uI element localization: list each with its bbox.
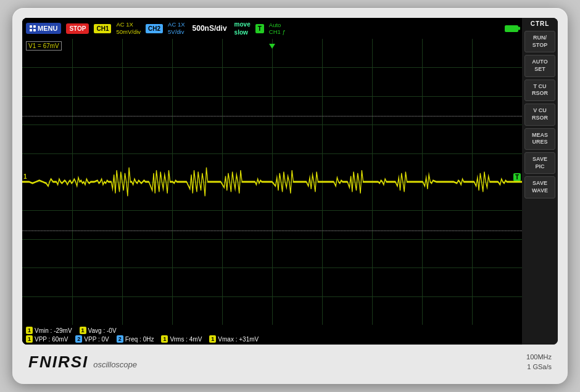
vrms-measurement: 1 Vrms : 4mV	[161, 335, 202, 343]
measurements-row-1: 1 Vmin : -29mV 1 Vavg : -0V	[26, 327, 518, 334]
trigger-badge: T	[255, 24, 264, 33]
save-wave-button[interactable]: SAVEWAVE	[524, 176, 555, 198]
stop-button[interactable]: STOP	[66, 23, 89, 34]
auto-set-button[interactable]: AUTOSET	[524, 55, 555, 76]
vavg-measurement: 1 Vavg : -0V	[80, 327, 117, 334]
vpp2-label: VPP : 0V	[84, 336, 109, 343]
run-stop-button[interactable]: RUN/STOP	[524, 31, 555, 52]
measurements-bar: 1 Vmin : -29mV 1 Vavg : -0V 1 VPP : 60mV…	[22, 325, 522, 345]
v-cursor-button[interactable]: V CURSOR	[524, 104, 555, 125]
vpp1-measurement: 1 VPP : 60mV	[26, 335, 68, 343]
screen-area: MENU STOP CH1 AC 1X 50mV/div CH2 AC 1X 5…	[22, 18, 522, 345]
vmin-measurement: 1 Vmin : -29mV	[26, 327, 72, 334]
right-control-panel: CTRL RUN/STOP AUTOSET T CURSOR V CURSOR …	[522, 18, 558, 345]
ch2-info: AC 1X 5V/div	[168, 21, 184, 36]
battery-icon	[505, 25, 518, 32]
brand-section: FNIRSI oscilloscope	[28, 353, 137, 372]
t-cursor-button[interactable]: T CURSOR	[524, 80, 555, 101]
ch1-badge-vrms: 1	[161, 335, 168, 343]
trigger-info: Auto CH1 ƒ	[269, 22, 286, 35]
scope-display: V1 = 67mV 1 T	[22, 39, 522, 325]
device-specs: 100MHz 1 GSa/s	[526, 352, 552, 372]
ch1-info: AC 1X 50mV/div	[116, 21, 141, 36]
ch2-badge-vpp: 2	[75, 335, 82, 343]
top-bar: MENU STOP CH1 AC 1X 50mV/div CH2 AC 1X 5…	[22, 18, 522, 39]
menu-button[interactable]: MENU	[26, 23, 61, 34]
ch1-badge-vpp: 1	[26, 335, 33, 343]
ch1-badge-vmin: 1	[26, 327, 33, 334]
time-div-display: 500nS/div	[193, 24, 227, 33]
measurements-row-2: 1 VPP : 60mV 2 VPP : 0V 2 Freq : 0Hz 1 V…	[26, 335, 518, 343]
vpp1-label: VPP : 60mV	[35, 336, 68, 343]
screen-assembly: MENU STOP CH1 AC 1X 50mV/div CH2 AC 1X 5…	[22, 18, 558, 345]
waveform-display	[22, 39, 522, 325]
oscilloscope-device: MENU STOP CH1 AC 1X 50mV/div CH2 AC 1X 5…	[12, 8, 568, 384]
ch2-badge-freq: 2	[117, 335, 123, 343]
brand-subtitle: oscilloscope	[93, 360, 137, 369]
vmin-label: Vmin : -29mV	[35, 327, 72, 334]
ch1-badge-vavg: 1	[80, 327, 86, 334]
device-bottom-bar: FNIRSI oscilloscope 100MHz 1 GSa/s	[22, 349, 558, 374]
vmax-label: Vmax : +31mV	[218, 336, 259, 343]
ch1-badge: CH1	[94, 24, 111, 33]
vrms-label: Vrms : 4mV	[170, 336, 202, 343]
ch2-badge: CH2	[146, 24, 163, 33]
freq-label: Freq : 0Hz	[125, 336, 154, 343]
spec-gsa: 1 GSa/s	[526, 362, 552, 372]
move-slow-display: move slow	[234, 20, 251, 36]
spec-mhz: 100MHz	[526, 352, 552, 362]
menu-icon	[30, 25, 36, 31]
vavg-label: Vavg : -0V	[88, 327, 117, 334]
ch1-badge-vmax: 1	[209, 335, 216, 343]
vmax-measurement: 1 Vmax : +31mV	[209, 335, 259, 343]
vpp2-measurement: 2 VPP : 0V	[75, 335, 109, 343]
freq-measurement: 2 Freq : 0Hz	[117, 335, 154, 343]
ctrl-label: CTRL	[531, 20, 550, 27]
brand-logo: FNIRSI	[28, 353, 88, 372]
save-pic-button[interactable]: SAVEPIC	[524, 152, 555, 174]
measures-button[interactable]: MEASURES	[524, 128, 555, 150]
